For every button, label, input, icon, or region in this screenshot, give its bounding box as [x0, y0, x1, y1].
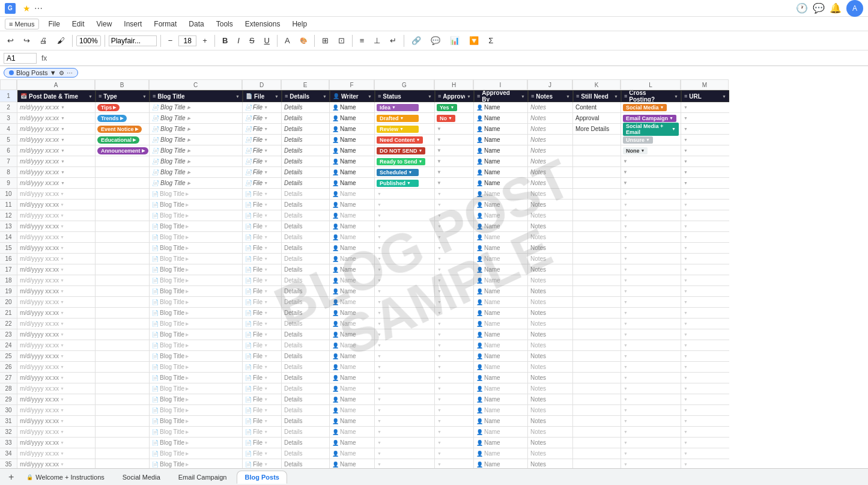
blank-cell[interactable]: m/d/yyyy xx:xx▼ — [17, 329, 96, 340]
blank-cell[interactable]: ▼ — [681, 210, 729, 221]
blank-cell[interactable]: ▼ — [621, 286, 681, 296]
url-cell[interactable]: ▼ — [681, 145, 729, 156]
cross-posting-cell[interactable]: None▼ — [621, 145, 681, 156]
blank-cell[interactable]: Details — [282, 340, 330, 350]
writer-cell[interactable]: 👤Name — [330, 167, 375, 177]
approve-cell[interactable]: ▼ — [435, 167, 474, 177]
blank-cell[interactable]: m/d/yyyy xx:xx▼ — [17, 438, 96, 448]
blank-cell[interactable]: ▼ — [621, 232, 681, 242]
blank-cell[interactable] — [573, 243, 621, 253]
blank-cell[interactable]: ▼ — [375, 448, 435, 459]
blank-cell[interactable]: 📄Blog Title▶ — [150, 275, 243, 285]
cross-posting-cell[interactable]: Social Media + Email▼ — [621, 124, 681, 134]
blank-cell[interactable]: ▼ — [435, 329, 474, 340]
blank-cell[interactable]: 👤Name — [474, 459, 528, 468]
blank-cell[interactable] — [96, 427, 150, 437]
blank-cell[interactable]: 👤Name — [474, 427, 528, 437]
blank-cell[interactable]: 👤Name — [330, 200, 375, 210]
blank-cell[interactable]: Details — [282, 351, 330, 361]
blank-cell[interactable]: 📄Blog Title▶ — [150, 210, 243, 221]
blank-cell[interactable]: Details — [282, 416, 330, 426]
blank-cell[interactable]: ▼ — [375, 243, 435, 253]
blank-cell[interactable]: ▼ — [435, 351, 474, 361]
fill-color-btn[interactable]: 🎨 — [296, 35, 311, 46]
blank-cell[interactable]: ▼ — [435, 264, 474, 275]
blank-cell[interactable]: 👤Name — [474, 383, 528, 394]
blank-cell[interactable]: ▼ — [621, 200, 681, 210]
blank-cell[interactable]: ▼ — [681, 362, 729, 372]
blank-cell[interactable]: Details — [282, 254, 330, 264]
blank-cell[interactable]: Notes — [528, 405, 573, 415]
blank-cell[interactable]: 📄Blog Title▶ — [150, 243, 243, 253]
italic-btn[interactable]: I — [234, 34, 243, 47]
blank-cell[interactable]: m/d/yyyy xx:xx▼ — [17, 351, 96, 361]
blank-cell[interactable]: 👤Name — [330, 329, 375, 340]
blank-cell[interactable] — [573, 459, 621, 468]
blog-title-cell[interactable]: 📄Blog Title▶ — [150, 113, 243, 123]
blank-cell[interactable]: Notes — [528, 373, 573, 383]
blank-cell[interactable]: 👤Name — [474, 308, 528, 318]
blank-cell[interactable]: ▼ — [621, 351, 681, 361]
blank-cell[interactable]: 📄Blog Title▶ — [150, 297, 243, 307]
blank-cell[interactable]: 👤Name — [474, 438, 528, 448]
header-cell-url[interactable]: ≡URL▼ — [681, 90, 729, 102]
blank-cell[interactable]: ▼ — [621, 319, 681, 329]
blank-cell[interactable]: ▼ — [681, 308, 729, 318]
blank-cell[interactable]: 👤Name — [330, 308, 375, 318]
blank-cell[interactable] — [96, 210, 150, 221]
file-cell[interactable]: 📄File▼ — [243, 102, 282, 112]
cross-posting-cell[interactable]: ▼ — [621, 178, 681, 188]
header-cell-details[interactable]: ≡Details▼ — [282, 90, 330, 102]
blank-cell[interactable]: 👤Name — [474, 405, 528, 415]
blog-title-cell[interactable]: 📄Blog Title▶ — [150, 178, 243, 188]
blank-cell[interactable]: ▼ — [681, 405, 729, 415]
blank-cell[interactable]: m/d/yyyy xx:xx▼ — [17, 459, 96, 468]
blank-cell[interactable]: Details — [282, 286, 330, 296]
date-cell[interactable]: m/d/yyyy xx:xx▼ — [17, 135, 96, 145]
blank-cell[interactable] — [96, 459, 150, 468]
blank-cell[interactable]: ▼ — [435, 383, 474, 394]
blank-cell[interactable]: 👤Name — [330, 394, 375, 404]
blank-cell[interactable] — [96, 373, 150, 383]
notes-cell[interactable]: Notes — [528, 145, 573, 156]
blank-cell[interactable] — [573, 416, 621, 426]
blank-cell[interactable]: ▼ — [375, 427, 435, 437]
file-cell[interactable]: 📄File▼ — [243, 156, 282, 166]
blank-cell[interactable]: ▼ — [435, 416, 474, 426]
details-cell[interactable]: Details — [282, 145, 330, 156]
blank-cell[interactable]: m/d/yyyy xx:xx▼ — [17, 297, 96, 307]
blank-cell[interactable]: 👤Name — [330, 319, 375, 329]
blank-cell[interactable]: m/d/yyyy xx:xx▼ — [17, 383, 96, 394]
blank-cell[interactable]: Notes — [528, 286, 573, 296]
blank-cell[interactable]: 👤Name — [330, 254, 375, 264]
zoom-level[interactable]: 100% — [76, 35, 101, 46]
blank-cell[interactable]: 👤Name — [474, 264, 528, 275]
blank-cell[interactable]: 📄File▼ — [243, 308, 282, 318]
blank-cell[interactable] — [573, 438, 621, 448]
approved-by-cell[interactable]: 👤Name — [474, 113, 528, 123]
header-cell-approve[interactable]: ≡Approve▼ — [435, 90, 474, 102]
blank-cell[interactable]: 📄Blog Title▶ — [150, 221, 243, 231]
blank-cell[interactable]: ▼ — [375, 221, 435, 231]
blank-cell[interactable]: 📄Blog Title▶ — [150, 383, 243, 394]
cross-posting-cell[interactable]: ▼ — [621, 167, 681, 177]
blank-cell[interactable]: m/d/yyyy xx:xx▼ — [17, 448, 96, 459]
header-cell-still_need[interactable]: ≡Still Need▼ — [573, 90, 621, 102]
blank-cell[interactable]: m/d/yyyy xx:xx▼ — [17, 232, 96, 242]
blog-title-cell[interactable]: 📄Blog Title▶ — [150, 135, 243, 145]
blank-cell[interactable]: ▼ — [375, 459, 435, 468]
writer-cell[interactable]: 👤Name — [330, 124, 375, 134]
menu-tools[interactable]: Tools — [214, 19, 235, 29]
url-cell[interactable]: ▼ — [681, 167, 729, 177]
blank-cell[interactable]: ▼ — [375, 297, 435, 307]
blank-cell[interactable]: 📄Blog Title▶ — [150, 329, 243, 340]
blank-cell[interactable] — [573, 448, 621, 459]
blank-cell[interactable]: ▼ — [681, 427, 729, 437]
blank-cell[interactable]: m/d/yyyy xx:xx▼ — [17, 264, 96, 275]
blank-cell[interactable]: 👤Name — [474, 362, 528, 372]
blank-cell[interactable]: ▼ — [435, 438, 474, 448]
file-cell[interactable]: 📄File▼ — [243, 178, 282, 188]
blank-cell[interactable] — [573, 383, 621, 394]
type-cell[interactable] — [96, 178, 150, 188]
blank-cell[interactable]: 👤Name — [330, 373, 375, 383]
